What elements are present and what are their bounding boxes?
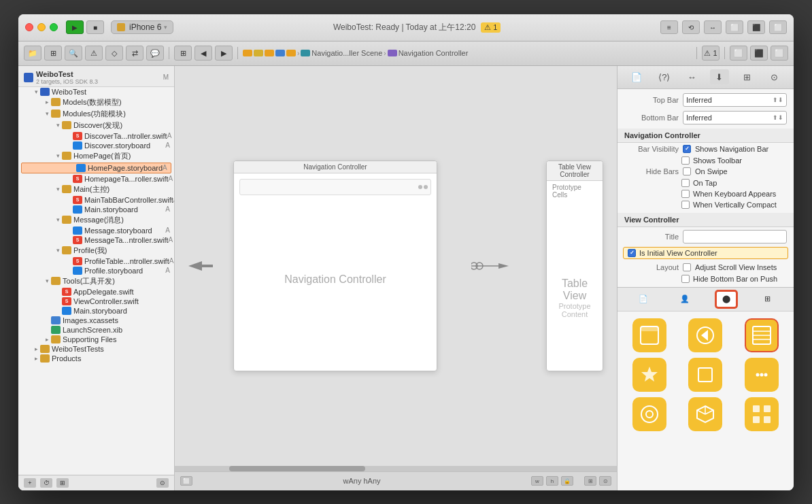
grid-toggle-btn[interactable]: ⊞	[584, 476, 596, 486]
shows-toolbar-checkbox[interactable]	[681, 156, 690, 165]
utilities-toggle[interactable]: ⬜	[771, 46, 788, 61]
breadcrumb-item-4[interactable]	[275, 50, 285, 56]
table-view-scene[interactable]: Table View Controller Prototype Cells Ta…	[546, 161, 603, 371]
tree-item-modules[interactable]: Modules(功能模块)	[18, 108, 174, 120]
tree-item-weibotest[interactable]: WeiboTest	[18, 87, 174, 97]
warning-badge[interactable]: ⚠ 1	[481, 22, 501, 33]
zoom-btn[interactable]: ⊙	[599, 476, 611, 486]
search-btn[interactable]: 🔍	[65, 46, 82, 61]
tree-item-profiletable[interactable]: S ProfileTable...ntroller.swift A	[18, 256, 174, 266]
obj-item-cube[interactable]	[680, 397, 730, 431]
tree-item-products[interactable]: Products	[18, 354, 174, 363]
tree-item-maintabbar[interactable]: S MainTabBarController.swift A	[18, 195, 174, 205]
breadcrumb-item-5[interactable]	[286, 50, 296, 56]
size-h-btn[interactable]: h	[546, 476, 558, 486]
breadcrumb-item-7[interactable]: Navigation Controller	[388, 49, 469, 57]
tree-item-main-storyboard2[interactable]: Main.storyboard	[18, 306, 174, 316]
tree-item-messagetroller[interactable]: S MessageTa...ntroller.swift A	[18, 235, 174, 245]
obj-item-back[interactable]	[680, 318, 730, 352]
bottom-bar-select[interactable]: Inferred ⬆⬇	[683, 111, 787, 124]
initial-vc-checkbox[interactable]	[628, 249, 636, 257]
adjust-scroll-checkbox[interactable]	[683, 263, 691, 271]
obj-lib-circle-btn[interactable]: ⬤	[715, 290, 737, 308]
run-button[interactable]: ▶	[66, 20, 84, 34]
obj-item-camera[interactable]	[624, 397, 675, 431]
add-file-btn[interactable]: +	[24, 478, 36, 488]
canvas-scrollbar-thumb[interactable]	[229, 466, 365, 471]
tree-item-message-group[interactable]: Message(消息)	[18, 214, 174, 226]
on-tap-checkbox[interactable]	[681, 179, 690, 187]
breadcrumb-item-1[interactable]	[243, 50, 252, 56]
insp-size-btn[interactable]: ⊞	[737, 69, 756, 84]
insp-connect-btn[interactable]: ⊙	[765, 69, 784, 84]
canvas-size-btn[interactable]: ⊞	[174, 46, 192, 61]
obj-lib-person-btn[interactable]: 👤	[674, 290, 696, 308]
tree-item-main-storyboard[interactable]: Main.storyboard A	[18, 205, 174, 214]
inspector-toggle[interactable]: ⬜	[730, 46, 747, 61]
obj-item-navcontroller[interactable]	[624, 318, 675, 352]
breadcrumb-item-6[interactable]: Navigatio...ller Scene	[301, 49, 382, 57]
insp-identity-btn[interactable]: ↔	[682, 69, 701, 84]
keyboard-checkbox[interactable]	[681, 190, 690, 198]
tree-item-message-storyboard[interactable]: Message.storyboard A	[18, 226, 174, 235]
obj-item-dots[interactable]	[737, 358, 787, 392]
shows-nav-bar-checkbox[interactable]	[683, 145, 691, 153]
obj-lib-file-btn[interactable]: 📄	[632, 290, 654, 308]
clock-btn[interactable]: ⏱	[40, 478, 52, 488]
top-bar-select[interactable]: Inferred ⬆⬇	[683, 93, 787, 107]
breadcrumb-item-3[interactable]	[265, 50, 274, 56]
size-w-btn[interactable]: w	[531, 476, 543, 486]
comment-btn[interactable]: 💬	[146, 46, 164, 61]
stop-button[interactable]: ■	[86, 20, 104, 34]
insp-quick-btn[interactable]: ⟨?⟩	[655, 69, 674, 84]
vc-title-input[interactable]	[683, 230, 787, 243]
warning-indicator[interactable]: ⚠ 1	[702, 46, 720, 61]
nav-back-btn[interactable]: ◀	[194, 46, 212, 61]
grid-view-btn[interactable]: ⊞	[44, 46, 62, 61]
tree-item-viewcontroller[interactable]: S ViewController.swift	[18, 297, 174, 306]
folder-btn[interactable]: 📁	[24, 46, 41, 61]
obj-lib-grid-btn[interactable]: ⊞	[757, 290, 779, 308]
canvas-scrollbar[interactable]	[175, 466, 617, 471]
obj-item-star[interactable]	[624, 358, 675, 392]
tree-item-homepage[interactable]: HomePage(首页)	[18, 150, 174, 162]
layout-button-6[interactable]: ⬜	[769, 20, 787, 34]
obj-item-grid[interactable]	[737, 397, 787, 431]
nav-fwd-btn[interactable]: ▶	[215, 46, 233, 61]
tree-item-discover-storyboard[interactable]: Discover.storyboard A	[18, 141, 174, 150]
size-lock-btn[interactable]: 🔒	[561, 476, 573, 486]
layout-button-1[interactable]: ≡	[660, 20, 678, 34]
debug-toggle[interactable]: ⬛	[750, 46, 768, 61]
diamond-btn[interactable]: ◇	[105, 46, 123, 61]
on-swipe-checkbox[interactable]	[683, 167, 691, 175]
tree-item-discover[interactable]: Discover(发现)	[18, 120, 174, 131]
maximize-button[interactable]	[50, 23, 58, 31]
tree-item-launchscreen[interactable]: LaunchScreen.xib	[18, 325, 174, 335]
layout-button-4[interactable]: ⬜	[726, 20, 743, 34]
insp-file-btn[interactable]: 📄	[627, 69, 646, 84]
hide-bottom-checkbox[interactable]	[681, 275, 690, 283]
tree-item-models[interactable]: Models(数据模型)	[18, 97, 174, 108]
tree-item-tools[interactable]: Tools(工具开发)	[18, 275, 174, 287]
vertically-compact-checkbox[interactable]	[681, 201, 690, 209]
tree-item-discoverta[interactable]: S DiscoverTa...ntroller.swift A	[18, 131, 174, 141]
tree-item-profile-group[interactable]: Profile(我)	[18, 245, 174, 256]
layout-button-5[interactable]: ⬛	[747, 20, 765, 34]
layout-button-2[interactable]: ⟲	[682, 20, 700, 34]
insp-attrib-btn[interactable]: ⬇	[710, 69, 729, 84]
filter-btn[interactable]: ⊞	[56, 478, 69, 488]
tree-item-homepage-storyboard[interactable]: HomePage.storyboard A	[21, 163, 171, 173]
tree-item-profile-storyboard[interactable]: Profile.storyboard A	[18, 266, 174, 275]
link-btn[interactable]: ⇄	[126, 46, 143, 61]
nav-controller-scene[interactable]: Navigation Controller Navigation Control…	[233, 161, 437, 371]
tree-item-appdelegate[interactable]: S AppDelegate.swift	[18, 287, 174, 297]
tree-item-tests[interactable]: WeiboTestTests	[18, 344, 174, 354]
close-button[interactable]	[25, 23, 33, 31]
warning-btn[interactable]: ⚠	[85, 46, 103, 61]
obj-item-tableview[interactable]	[737, 318, 787, 352]
obj-item-square[interactable]	[680, 358, 730, 392]
tree-item-main-group[interactable]: Main(主控)	[18, 184, 174, 195]
layout-button-3[interactable]: ↔	[704, 20, 722, 34]
breadcrumb-item-2[interactable]	[254, 50, 263, 56]
reveal-btn[interactable]: ⊙	[156, 478, 169, 488]
